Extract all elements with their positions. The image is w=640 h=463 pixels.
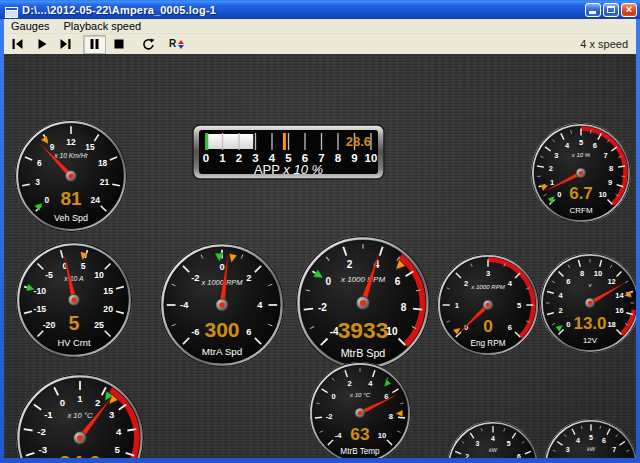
svg-text:2: 2 — [95, 397, 100, 408]
svg-text:4: 4 — [576, 437, 580, 444]
pause-button[interactable] — [83, 35, 106, 54]
window-title: D:\...\2012-05-22\Ampera_0005.log-1 — [22, 4, 585, 16]
menu-playback-speed[interactable]: Playback speed — [57, 19, 149, 33]
svg-text:x 10 A: x 10 A — [63, 275, 84, 282]
minimize-button[interactable] — [585, 3, 601, 17]
svg-text:12: 12 — [607, 277, 615, 286]
svg-text:8: 8 — [389, 412, 393, 421]
svg-text:-2: -2 — [37, 426, 46, 437]
stop-button[interactable] — [107, 35, 130, 54]
svg-text:0: 0 — [332, 392, 336, 401]
svg-text:2: 2 — [348, 379, 352, 388]
svg-text:7: 7 — [612, 446, 616, 453]
svg-text:4: 4 — [257, 300, 263, 310]
gauge-mtrb-temp: -4-20246810x 10 °C63MtrB Temp — [309, 362, 411, 458]
svg-text:2: 2 — [549, 164, 553, 173]
svg-text:8: 8 — [401, 302, 407, 313]
svg-text:6: 6 — [593, 141, 597, 150]
svg-text:-6: -6 — [191, 327, 199, 337]
svg-text:12V: 12V — [583, 336, 598, 345]
svg-text:0: 0 — [566, 320, 570, 329]
svg-text:10: 10 — [598, 190, 606, 199]
svg-text:6: 6 — [517, 453, 521, 458]
titlebar[interactable]: D:\...\2012-05-22\Ampera_0005.log-1 × — [0, 0, 640, 19]
svg-text:-15: -15 — [34, 304, 47, 314]
play-icon — [36, 38, 48, 50]
svg-text:13.0: 13.0 — [573, 314, 606, 333]
svg-text:2: 2 — [246, 273, 251, 283]
svg-text:0: 0 — [483, 316, 493, 336]
svg-text:x 10 °C: x 10 °C — [66, 411, 93, 420]
gauge-eng-rpm: 0123456x 1000 RPM0Eng RPM — [437, 254, 539, 356]
svg-text:3: 3 — [486, 269, 490, 278]
play-button[interactable] — [30, 35, 53, 54]
svg-text:2: 2 — [465, 453, 469, 458]
svg-text:1: 1 — [455, 301, 460, 310]
reverse-button[interactable]: R — [165, 35, 188, 54]
svg-text:20: 20 — [103, 304, 113, 314]
maximize-button[interactable] — [603, 3, 619, 17]
gauge-accm-pow: 012345678kW0.00ACCM Pow — [447, 421, 539, 458]
svg-text:3933: 3933 — [338, 317, 389, 343]
playback-toolbar: R 4 x speed — [4, 33, 636, 54]
svg-text:6: 6 — [508, 323, 512, 332]
svg-text:-10: -10 — [34, 286, 47, 296]
menu-gauges[interactable]: Gauges — [4, 19, 57, 33]
svg-text:-4: -4 — [180, 300, 189, 310]
gauge-hv-temp: -4-3-2-10123456x 10 °C24.0HV Temp — [16, 374, 144, 458]
svg-text:9: 9 — [351, 152, 357, 164]
gauge-chcm-pwr: 012345678910kW0.0CHCM Pwr — [544, 419, 636, 458]
svg-text:5: 5 — [81, 261, 86, 271]
svg-text:1: 1 — [77, 393, 83, 404]
svg-text:63: 63 — [350, 424, 370, 444]
svg-text:-2: -2 — [326, 412, 333, 421]
gauge-veh-spd: 03691215182124x 10 Km/Hr81Veh Spd — [15, 120, 127, 232]
svg-text:25: 25 — [94, 320, 104, 330]
svg-text:18: 18 — [98, 158, 108, 168]
svg-text:APP x 10 %: APP x 10 % — [254, 162, 323, 177]
svg-text:4: 4 — [368, 379, 373, 388]
svg-text:0: 0 — [45, 195, 50, 205]
svg-text:0: 0 — [326, 276, 332, 287]
skip-to-start-button[interactable] — [6, 35, 29, 54]
svg-text:6: 6 — [246, 327, 251, 337]
svg-text:10: 10 — [94, 270, 104, 280]
svg-text:kW: kW — [587, 446, 596, 452]
svg-text:15: 15 — [85, 142, 95, 152]
svg-text:7: 7 — [604, 151, 608, 160]
svg-text:8: 8 — [609, 164, 613, 173]
svg-text:-20: -20 — [43, 320, 56, 330]
window-controls: × — [585, 3, 637, 17]
svg-text:2: 2 — [347, 259, 353, 270]
svg-text:0: 0 — [203, 152, 209, 164]
maximize-icon — [607, 6, 615, 13]
svg-text:x 10 Km/Hr: x 10 Km/Hr — [53, 152, 88, 159]
svg-text:x 1000 RPM: x 1000 RPM — [470, 283, 506, 290]
svg-text:14: 14 — [615, 291, 624, 300]
svg-text:10: 10 — [594, 269, 602, 278]
svg-text:3: 3 — [554, 151, 558, 160]
close-icon: × — [626, 4, 632, 15]
svg-text:6: 6 — [566, 277, 570, 286]
svg-text:2: 2 — [236, 152, 242, 164]
svg-text:5: 5 — [507, 440, 511, 447]
svg-text:5: 5 — [69, 312, 80, 334]
svg-text:1: 1 — [550, 178, 554, 187]
svg-text:8: 8 — [335, 152, 342, 164]
playback-speed-label: 4 x speed — [580, 38, 636, 50]
skip-to-end-button[interactable] — [54, 35, 77, 54]
svg-text:15: 15 — [103, 286, 113, 296]
svg-text:kW: kW — [489, 447, 498, 453]
close-button[interactable]: × — [621, 3, 637, 17]
loop-button[interactable] — [136, 35, 159, 54]
svg-text:9: 9 — [50, 142, 55, 152]
svg-text:24.0: 24.0 — [59, 451, 101, 458]
gauge-12v: 024681012141618v13.012V — [540, 253, 636, 353]
svg-text:9: 9 — [608, 178, 612, 187]
svg-text:-3: -3 — [39, 444, 48, 455]
svg-text:300: 300 — [204, 318, 239, 341]
svg-text:10: 10 — [365, 152, 378, 164]
loop-icon — [141, 38, 155, 51]
svg-text:4: 4 — [491, 435, 495, 442]
skip-to-end-icon — [59, 38, 72, 50]
